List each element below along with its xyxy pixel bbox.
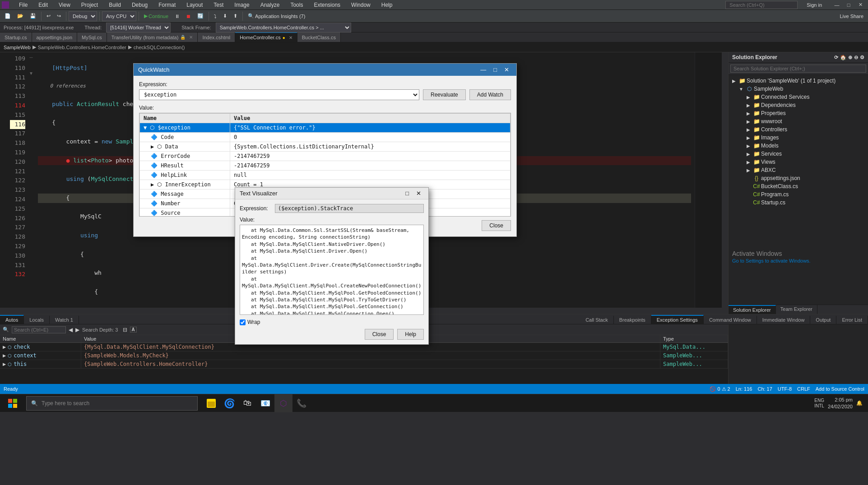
qw-expr-input[interactable]: $exception	[139, 89, 419, 100]
se-sync-icon[interactable]: ⟳	[834, 55, 838, 60]
project-root[interactable]: ▼ ⬡ SampleWeb	[729, 85, 868, 93]
tab-close-transfer[interactable]: ✕	[189, 35, 193, 40]
autos-filter-icon[interactable]: ⊟	[123, 327, 127, 333]
thread-select[interactable]: [51416] Worker Thread	[106, 23, 171, 32]
tab-call-stack[interactable]: Call Stack	[580, 316, 614, 324]
status-source-control[interactable]: Add to Source Control	[816, 386, 864, 392]
menu-format[interactable]: Format	[156, 1, 178, 9]
se-tab-team[interactable]: Team Explorer	[776, 305, 817, 314]
tab-mysql[interactable]: MySql.cs	[77, 32, 107, 42]
se-item-wwwroot[interactable]: ▶ 📁 wwwroot	[729, 117, 868, 125]
menu-window[interactable]: Window	[348, 1, 373, 9]
tab-exception-settings[interactable]: Exception Settings	[651, 315, 704, 324]
menu-build[interactable]: Build	[106, 1, 124, 9]
se-search-input[interactable]	[730, 65, 866, 73]
tv-maximize[interactable]: □	[403, 190, 412, 197]
autos-case-icon[interactable]: A	[130, 327, 137, 333]
qw-close[interactable]: ✕	[501, 66, 512, 73]
text-visualizer-dialog[interactable]: Text Visualizer □ ✕ Expression: ($except…	[235, 187, 429, 345]
tab-close-homecontroller[interactable]: ✕	[289, 35, 292, 40]
step-into-button[interactable]: ⬇	[220, 11, 230, 22]
tv-wrap-checkbox[interactable]	[240, 319, 246, 325]
se-item-appsettings[interactable]: {} appsettings.json	[729, 174, 868, 182]
qw-close-button[interactable]: Close	[482, 220, 511, 231]
new-project-button[interactable]: 📄	[2, 11, 14, 22]
qw-add-watch-button[interactable]: Add Watch	[469, 89, 511, 100]
tab-index[interactable]: Index.cshtml	[198, 32, 235, 42]
taskbar-icon-store[interactable]: 🛍	[238, 394, 256, 412]
save-button[interactable]: 💾	[27, 11, 39, 22]
live-share[interactable]: Live Share	[837, 11, 866, 22]
menu-layout[interactable]: Layout	[184, 1, 205, 9]
menu-project[interactable]: Project	[79, 1, 101, 9]
start-button[interactable]	[2, 394, 23, 412]
autos-search-input[interactable]	[12, 326, 66, 333]
menu-tools[interactable]: Tools	[288, 1, 306, 9]
step-over-button[interactable]: ⤵	[211, 11, 219, 22]
minimize-button[interactable]: —	[831, 0, 843, 10]
text-vis-titlebar[interactable]: Text Visualizer □ ✕	[235, 188, 428, 199]
breadcrumb-class[interactable]: SampleWeb.Controllers.HomeController	[38, 45, 126, 50]
sign-in[interactable]: Sign in	[807, 2, 822, 8]
solution-root[interactable]: ▶ 📁 Solution 'SampleWeb' (1 of 1 project…	[729, 77, 868, 85]
close-button[interactable]: ✕	[854, 0, 866, 10]
stop-button[interactable]: ⏹	[183, 11, 194, 22]
se-item-images[interactable]: ▶ 📁 Images	[729, 134, 868, 142]
tab-watch1[interactable]: Watch 1	[50, 316, 79, 324]
se-item-connected-services[interactable]: ▶ 📁 Connected Services	[729, 93, 868, 101]
tab-error-list[interactable]: Error List	[836, 316, 868, 324]
step-out-button[interactable]: ⬆	[231, 11, 240, 22]
app-insights[interactable]: 🔍 Application Insights (7)	[245, 11, 308, 22]
qw-row-exception[interactable]: ▼ ⬡ $exception {"SSL Connection error."}	[140, 123, 511, 133]
se-item-bucketclass[interactable]: C# BucketClass.cs	[729, 182, 868, 190]
tab-bucketclass[interactable]: BucketClass.cs	[297, 32, 341, 42]
debug-mode-select[interactable]: Debug	[69, 11, 97, 21]
taskbar-icon-edge[interactable]: 🌀	[220, 394, 238, 412]
autos-row-this[interactable]: ▶ ⬡ this {SampleWeb.Controllers.HomeCont…	[0, 360, 728, 369]
restart-button[interactable]: 🔄	[195, 11, 206, 22]
qw-row-hresult[interactable]: 🔷 HResult -2147467259	[140, 161, 511, 171]
menu-analyze[interactable]: Analyze	[258, 1, 283, 9]
open-button[interactable]: 📂	[14, 11, 26, 22]
se-item-dependencies[interactable]: ▶ 📁 Dependencies	[729, 101, 868, 109]
se-expand-icon[interactable]: ⊕	[848, 55, 852, 60]
menu-help[interactable]: Help	[379, 1, 395, 9]
se-item-views[interactable]: ▶ 📁 Views	[729, 158, 868, 166]
menu-debug[interactable]: Debug	[129, 1, 150, 9]
tab-autos[interactable]: Autos	[0, 315, 24, 324]
tab-breakpoints[interactable]: Breakpoints	[614, 316, 651, 324]
menu-extensions[interactable]: Extensions	[311, 1, 343, 9]
menu-test[interactable]: Test	[211, 1, 226, 9]
tv-close-button[interactable]: Close	[365, 329, 394, 340]
quickwatch-titlebar[interactable]: QuickWatch — □ ✕	[134, 64, 516, 76]
undo-button[interactable]: ↩	[44, 11, 53, 22]
tab-command-window[interactable]: Command Window	[704, 316, 757, 324]
autos-row-context[interactable]: ▶ ⬡ context {SampleWeb.Models.MyCheck} S…	[0, 351, 728, 360]
qw-maximize[interactable]: □	[491, 66, 500, 73]
stack-frame-select[interactable]: SampleWeb.Controllers.HomeController.cs …	[216, 23, 351, 32]
se-tab-solution[interactable]: Solution Explorer	[729, 305, 776, 314]
qw-row-helplink[interactable]: 🔷 HelpLink null	[140, 171, 511, 180]
tab-immediate-window[interactable]: Immediate Window	[757, 316, 811, 324]
autos-next-icon[interactable]: ▶	[75, 327, 79, 333]
se-item-program[interactable]: C# Program.cs	[729, 190, 868, 199]
qw-row-data[interactable]: ▶ ⬡ Data {System.Collections.ListDiction…	[140, 142, 511, 152]
menu-view[interactable]: View	[56, 1, 73, 9]
breadcrumb-method[interactable]: checkSQLConnection()	[134, 45, 185, 50]
pause-button[interactable]: ⏸	[172, 11, 182, 22]
tv-close[interactable]: ✕	[413, 190, 424, 197]
tab-output[interactable]: Output	[810, 316, 836, 324]
tab-locals[interactable]: Locals	[24, 316, 50, 324]
redo-button[interactable]: ↪	[54, 11, 64, 22]
menu-search[interactable]	[725, 1, 798, 9]
tab-homecontroller[interactable]: HomeController.cs ● ✕	[235, 32, 297, 42]
se-item-abxc[interactable]: ▶ 📁 ABXC	[729, 166, 868, 174]
se-item-services[interactable]: ▶ 📁 Services	[729, 150, 868, 158]
menu-image[interactable]: Image	[232, 1, 252, 9]
status-errors[interactable]: 🚫 0 ⚠ 2	[710, 386, 730, 392]
tab-startup[interactable]: Startup.cs	[0, 32, 32, 42]
breadcrumb-project[interactable]: SampleWeb	[4, 45, 31, 50]
se-item-startup[interactable]: C# Startup.cs	[729, 199, 868, 207]
taskbar-icon-explorer[interactable]	[202, 394, 220, 412]
se-item-models[interactable]: ▶ 📁 Models	[729, 142, 868, 150]
